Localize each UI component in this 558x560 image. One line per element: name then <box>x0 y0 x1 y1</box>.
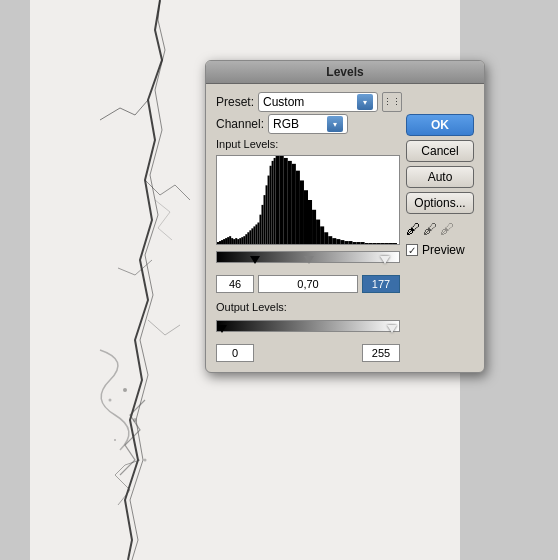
output-levels-label: Output Levels: <box>216 301 400 313</box>
svg-rect-37 <box>284 158 288 244</box>
svg-rect-26 <box>257 222 259 244</box>
svg-rect-6 <box>217 242 219 244</box>
svg-rect-59 <box>373 243 377 244</box>
preset-label: Preset: <box>216 95 254 109</box>
svg-rect-64 <box>393 243 397 244</box>
black-input-handle[interactable] <box>250 256 260 264</box>
svg-rect-53 <box>348 241 352 244</box>
input-black-value[interactable] <box>216 275 254 293</box>
channel-dropdown-arrow[interactable]: ▾ <box>327 116 343 132</box>
svg-rect-36 <box>280 156 284 244</box>
svg-rect-56 <box>361 242 365 244</box>
input-levels-label: Input Levels: <box>216 138 400 150</box>
svg-rect-58 <box>369 243 373 244</box>
svg-rect-31 <box>268 176 270 244</box>
cancel-button[interactable]: Cancel <box>406 140 474 162</box>
svg-point-1 <box>109 399 112 402</box>
mid-input-handle[interactable] <box>304 256 314 264</box>
auto-button[interactable]: Auto <box>406 166 474 188</box>
channel-label: Channel: <box>216 117 264 131</box>
svg-point-3 <box>114 439 116 441</box>
svg-rect-20 <box>245 234 247 244</box>
svg-rect-17 <box>239 238 241 244</box>
output-black-value[interactable] <box>216 344 254 362</box>
channel-select[interactable]: RGB ▾ <box>268 114 348 134</box>
dialog-main: Channel: RGB ▾ Input Levels: <box>206 114 484 362</box>
preview-row: ✓ Preview <box>406 243 474 257</box>
svg-rect-22 <box>249 230 251 244</box>
svg-rect-39 <box>292 164 296 244</box>
dialog-titlebar: Levels <box>206 61 484 84</box>
svg-point-4 <box>144 459 147 462</box>
svg-rect-57 <box>365 243 369 244</box>
ok-button[interactable]: OK <box>406 114 474 136</box>
svg-rect-49 <box>332 238 336 244</box>
svg-rect-45 <box>316 220 320 244</box>
preset-dropdown-arrow[interactable]: ▾ <box>357 94 373 110</box>
svg-rect-54 <box>352 242 356 244</box>
output-slider-track[interactable] <box>216 320 400 340</box>
svg-rect-33 <box>272 161 274 244</box>
svg-rect-40 <box>296 171 300 244</box>
svg-rect-43 <box>308 200 312 244</box>
input-mid-value[interactable] <box>258 275 358 293</box>
svg-rect-28 <box>261 205 263 244</box>
svg-rect-52 <box>344 241 348 244</box>
white-input-handle[interactable] <box>380 256 390 264</box>
svg-rect-8 <box>221 240 223 244</box>
svg-rect-7 <box>219 241 221 244</box>
svg-rect-60 <box>377 243 381 244</box>
svg-rect-12 <box>229 236 231 244</box>
dialog-left-panel: Channel: RGB ▾ Input Levels: <box>216 114 400 362</box>
input-values-row <box>216 275 400 293</box>
svg-rect-63 <box>389 243 393 244</box>
white-eyedropper-icon[interactable]: 🖋 <box>440 220 455 237</box>
preview-label: Preview <box>422 243 465 257</box>
svg-rect-38 <box>288 161 292 244</box>
black-eyedropper-icon[interactable]: 🖋 <box>406 220 421 237</box>
svg-rect-48 <box>328 236 332 244</box>
dialog-title: Levels <box>326 65 363 79</box>
eyedroppers-group: 🖋 🖋 🖋 <box>406 220 474 237</box>
svg-rect-27 <box>259 215 261 244</box>
svg-rect-11 <box>227 237 229 244</box>
svg-rect-50 <box>336 239 340 244</box>
svg-rect-44 <box>312 210 316 244</box>
svg-rect-51 <box>340 240 344 244</box>
input-white-value[interactable] <box>362 275 400 293</box>
histogram-svg <box>217 156 399 244</box>
svg-rect-42 <box>304 190 308 244</box>
svg-rect-61 <box>381 243 385 244</box>
svg-rect-21 <box>247 232 249 244</box>
preset-row: Preset: Custom ▾ ⋮⋮ <box>216 92 474 112</box>
output-white-value[interactable] <box>362 344 400 362</box>
svg-rect-14 <box>233 239 235 244</box>
svg-rect-41 <box>300 180 304 244</box>
preview-checkbox[interactable]: ✓ <box>406 244 418 256</box>
levels-dialog: Levels Preset: Custom ▾ ⋮⋮ Channel: RGB … <box>205 60 485 373</box>
svg-rect-15 <box>235 238 237 244</box>
svg-rect-19 <box>243 236 245 244</box>
svg-rect-62 <box>385 243 389 244</box>
channel-row: Channel: RGB ▾ <box>216 114 400 134</box>
svg-rect-47 <box>324 232 328 244</box>
svg-rect-55 <box>357 242 361 244</box>
white-output-handle[interactable] <box>387 325 397 333</box>
options-button[interactable]: Options... <box>406 192 474 214</box>
input-slider-track[interactable] <box>216 251 400 271</box>
svg-rect-30 <box>266 185 268 244</box>
svg-rect-35 <box>276 156 280 244</box>
gray-eyedropper-icon[interactable]: 🖋 <box>423 220 438 237</box>
black-output-handle[interactable] <box>217 325 227 333</box>
svg-rect-16 <box>237 239 239 244</box>
preset-select[interactable]: Custom ▾ <box>258 92 378 112</box>
svg-point-2 <box>133 418 137 422</box>
svg-rect-18 <box>241 237 243 244</box>
preset-options-button[interactable]: ⋮⋮ <box>382 92 402 112</box>
svg-rect-13 <box>231 238 233 244</box>
dialog-right-panel: OK Cancel Auto Options... 🖋 🖋 🖋 ✓ Previe… <box>406 114 474 362</box>
svg-rect-29 <box>264 195 266 244</box>
output-values-row <box>216 344 400 362</box>
svg-rect-34 <box>274 158 276 244</box>
svg-rect-10 <box>225 238 227 244</box>
